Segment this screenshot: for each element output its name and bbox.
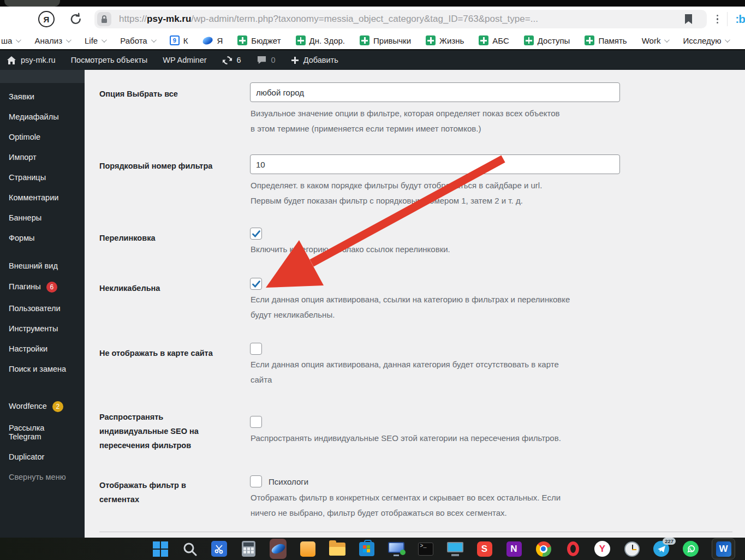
onenote-icon[interactable]: N: [505, 540, 522, 557]
extension-icon[interactable]: :b: [735, 13, 745, 26]
sidebar-item-banners[interactable]: Баннеры: [0, 207, 85, 228]
bookmark-item[interactable]: Бюджет: [237, 35, 281, 45]
admin-bar-view-objects[interactable]: Посмотреть объекты: [71, 56, 148, 64]
sidebar-current-item-highlight[interactable]: [0, 70, 85, 83]
bookmark-item[interactable]: Доступы: [524, 35, 570, 45]
bookmark-folder[interactable]: Исследую: [683, 36, 729, 45]
active-tab-stub[interactable]: [4, 0, 60, 7]
sidebar-item-optimole[interactable]: Optimole: [0, 127, 85, 147]
start-button-icon[interactable]: [152, 540, 169, 557]
bookmark-item[interactable]: Я: [202, 36, 223, 45]
sidebar-item-plugins[interactable]: Плагины 6: [0, 276, 85, 298]
sidebar-item-pages[interactable]: Страницы: [0, 167, 85, 187]
url-path: /wp-admin/term.php?taxonomy=messia_objec…: [191, 14, 538, 24]
sheets-icon: [426, 35, 436, 45]
url-domain: psy-mk.ru: [147, 14, 191, 24]
display-icon[interactable]: [446, 540, 463, 557]
bookmark-label: Бюджет: [251, 36, 281, 45]
bookmark-label: Исследую: [683, 36, 721, 45]
bookmark-folder[interactable]: Анализ: [34, 36, 70, 45]
microsoft-store-icon[interactable]: [358, 540, 375, 557]
bookmark-item[interactable]: Привычки: [360, 35, 411, 45]
sidebar-item-settings[interactable]: Настройки: [0, 338, 85, 359]
sidebar-item-tools[interactable]: Инструменты: [0, 318, 85, 338]
admin-bar-wp-adminer[interactable]: WP Adminer: [163, 56, 206, 64]
field-description: Если данная опция активирована, данная к…: [251, 357, 633, 387]
field-label: Не отображать в карте сайта: [99, 346, 241, 360]
segment-psychologists-checkbox[interactable]: [250, 475, 262, 487]
sidebar-item-users[interactable]: Пользователи: [0, 298, 85, 318]
browser-menu-icon[interactable]: [717, 15, 719, 24]
bookmark-folder[interactable]: Работа: [120, 36, 155, 45]
field-label: Некликабельна: [99, 281, 225, 295]
bookmark-folder[interactable]: Work: [642, 36, 669, 45]
sidebar-item-forms[interactable]: Формы: [0, 228, 85, 248]
bookmark-item[interactable]: АБС: [479, 35, 509, 45]
bookmarks-bar: ша Анализ Life Работа 9 К Я Бюджет Дн. З…: [0, 32, 745, 49]
field-label: Распространять индивидуальные SEO на пер…: [99, 410, 225, 452]
file-explorer-icon[interactable]: [329, 540, 345, 557]
sheets-icon: [524, 35, 534, 45]
propagate-seo-checkbox[interactable]: [250, 416, 262, 428]
url-text[interactable]: https://psy-mk.ru/wp-admin/term.php?taxo…: [119, 14, 538, 25]
checkmark-icon: [252, 230, 260, 237]
whatsapp-icon[interactable]: [682, 540, 699, 557]
bookmark-flag-icon[interactable]: [684, 14, 693, 25]
chevron-down-icon: [151, 37, 157, 43]
yandex-service-icon: [202, 35, 214, 45]
terminal-icon[interactable]: >_: [417, 540, 434, 557]
clock-app-icon[interactable]: [623, 540, 640, 557]
bookmark-label: Life: [85, 36, 98, 45]
admin-bar-comments[interactable]: 0: [257, 55, 276, 65]
sidebar-item-duplicator[interactable]: Duplicator: [0, 446, 85, 467]
address-bar[interactable]: https://psy-mk.ru/wp-admin/term.php?taxo…: [94, 10, 707, 28]
interlinking-checkbox[interactable]: [250, 228, 262, 240]
bookmark-item[interactable]: Жизнь: [426, 35, 464, 45]
sidebar-collapse-menu[interactable]: Свернуть меню: [0, 467, 85, 487]
sidebar-item-zayavki[interactable]: Заявки: [0, 86, 85, 106]
bookmark-item[interactable]: 9 К: [170, 35, 188, 45]
word-active-window[interactable]: W: [712, 538, 735, 559]
bookmark-folder[interactable]: ша: [1, 36, 20, 45]
field-description: Включить категорию в облако ссылок перел…: [251, 242, 633, 257]
sidebar-item-label: Плагины: [9, 282, 41, 290]
bookmark-item[interactable]: Дн. Здор.: [296, 35, 345, 45]
opera-icon[interactable]: [564, 540, 581, 557]
telegram-icon[interactable]: 227: [653, 540, 670, 557]
sidebar-item-search-replace[interactable]: Поиск и замена: [0, 359, 85, 379]
hide-from-sitemap-checkbox[interactable]: [250, 343, 262, 355]
telegram-badge: 227: [663, 538, 676, 545]
lock-icon[interactable]: [97, 12, 111, 26]
sidebar-item-media[interactable]: Медиафайлы: [0, 106, 85, 127]
bookmark-item[interactable]: Память: [585, 35, 627, 45]
snipping-tool-icon[interactable]: [211, 540, 228, 557]
yandex-browser-taskbar-icon[interactable]: [270, 540, 287, 557]
non-clickable-checkbox[interactable]: [250, 278, 262, 290]
admin-bar-site[interactable]: psy-mk.ru: [7, 56, 56, 65]
sidebar-item-comments[interactable]: Комментарии: [0, 187, 85, 207]
browser-tab-strip[interactable]: [0, 0, 745, 7]
search-icon[interactable]: [181, 540, 198, 557]
yandex-browser-icon[interactable]: Я: [38, 11, 55, 27]
sidebar-item-import[interactable]: Импорт: [0, 147, 85, 167]
sheets-icon: [585, 35, 594, 45]
bookmark-folder[interactable]: Life: [85, 36, 105, 45]
remote-desktop-icon[interactable]: [388, 540, 404, 557]
comment-icon: [257, 55, 267, 65]
admin-bar-add-new[interactable]: Добавить: [291, 56, 338, 64]
chrome-icon[interactable]: [535, 540, 552, 557]
refresh-icon[interactable]: [69, 12, 83, 26]
sidebar-item-appearance[interactable]: Внешний вид: [0, 255, 85, 276]
admin-bar-updates[interactable]: 6: [222, 55, 241, 65]
term-edit-form: Опция Выбрать все Визуальное значение оп…: [85, 70, 745, 538]
select-all-option-input[interactable]: [250, 82, 620, 102]
sidebar-item-wordfence[interactable]: Wordfence 2: [0, 395, 85, 418]
filter-order-input[interactable]: [250, 154, 620, 174]
yandex-app-icon[interactable]: Y: [594, 540, 611, 557]
s-app-icon[interactable]: S: [476, 540, 493, 557]
url-scheme: https://: [119, 14, 147, 24]
calculator-icon[interactable]: [240, 540, 257, 557]
sidebar-item-telegram[interactable]: Рассылка Telegram: [0, 418, 85, 446]
sticky-notes-icon[interactable]: [299, 540, 316, 557]
sheets-icon: [479, 35, 488, 45]
